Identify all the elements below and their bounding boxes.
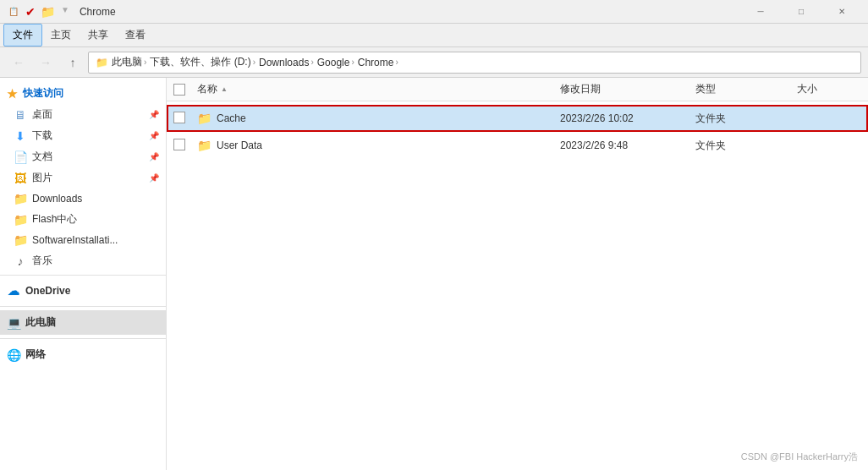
select-all-checkbox[interactable]: [173, 84, 185, 96]
sidebar-item-downloads[interactable]: ⬇ 下载 📌: [0, 125, 166, 146]
crumb-pc-label: 此电脑: [112, 55, 142, 69]
window-controls: ─ □ ✕: [741, 0, 861, 24]
sep4: ›: [351, 57, 354, 67]
sidebar-item-pictures[interactable]: 🖼 图片 📌: [0, 167, 166, 189]
back-button[interactable]: ←: [7, 52, 30, 74]
sidebar-divider-3: [0, 338, 166, 339]
menu-item-view[interactable]: 查看: [117, 25, 154, 46]
userdata-type: 文件夹: [692, 139, 794, 153]
crumb-chrome-label: Chrome: [358, 57, 394, 68]
crumb-drive-label: 下载、软件、操作 (D:): [150, 55, 250, 69]
sort-arrow-icon: ▲: [221, 85, 228, 93]
column-header: 名称 ▲ 修改日期 类型 大小: [167, 78, 868, 101]
onedrive-label: OneDrive: [25, 285, 70, 297]
menu-item-share[interactable]: 共享: [80, 25, 117, 46]
sidebar-network[interactable]: 🌐 网络: [0, 342, 166, 367]
col-type-label: 类型: [695, 83, 716, 95]
cache-name: 📁 Cache: [194, 112, 557, 125]
address-folder-icon: 📁: [96, 57, 108, 68]
window-title: Chrome: [80, 6, 741, 18]
checkmark-icon: ✔: [24, 5, 37, 19]
sidebar-label-flash: Flash中心: [32, 212, 159, 227]
file-row-userdata[interactable]: 📁 User Data 2023/2/26 9:48 文件夹: [167, 132, 868, 159]
userdata-date: 2023/2/26 9:48: [557, 139, 692, 151]
pc-icon: 💻: [7, 316, 20, 330]
star-icon: ★: [7, 87, 18, 101]
file-row-cache[interactable]: 📁 Cache 2023/2/26 10:02 文件夹: [167, 105, 868, 132]
pics-icon: 🖼: [14, 172, 27, 185]
sidebar: ★ 快速访问 🖥 桌面 📌 ⬇ 下载 📌 📄 文档 📌 🖼 图片 📌 📁 Dow…: [0, 78, 167, 470]
sidebar-onedrive[interactable]: ☁ OneDrive: [0, 279, 166, 303]
sidebar-label-docs: 文档: [32, 150, 144, 164]
close-button[interactable]: ✕: [822, 0, 861, 24]
docs-icon: 📄: [14, 150, 27, 164]
file-rows: 📁 Cache 2023/2/26 10:02 文件夹 📁 User Data …: [167, 101, 868, 470]
crumb-chrome: Chrome ›: [358, 57, 398, 68]
sidebar-item-software[interactable]: 📁 SoftwareInstallati...: [0, 230, 166, 250]
sidebar-item-docs[interactable]: 📄 文档 📌: [0, 146, 166, 167]
folder-downloads-icon: 📁: [14, 192, 27, 205]
menu-item-home[interactable]: 主页: [42, 25, 80, 46]
sidebar-item-downloads-folder[interactable]: 📁 Downloads: [0, 189, 166, 209]
minimize-button[interactable]: ─: [741, 0, 780, 24]
sidebar-item-music[interactable]: ♪ 音乐: [0, 250, 166, 271]
userdata-folder-icon: 📁: [197, 139, 212, 152]
address-bar[interactable]: 📁 此电脑 › 下载、软件、操作 (D:) › Downloads › Goog…: [88, 52, 861, 74]
cache-type: 文件夹: [692, 112, 794, 126]
maximize-button[interactable]: □: [782, 0, 821, 24]
pin-icon-downloads: 📌: [149, 131, 159, 140]
col-size-header[interactable]: 大小: [794, 82, 861, 96]
folder-flash-icon: 📁: [14, 213, 27, 227]
toolbar: ← → ↑ 📁 此电脑 › 下载、软件、操作 (D:) › Downloads …: [0, 47, 868, 78]
quick-access-label: 快速访问: [23, 86, 63, 101]
title-bar: 📋 ✔ 📁 ▼ Chrome ─ □ ✕: [0, 0, 868, 24]
quick-access-title: ★ 快速访问: [0, 81, 166, 104]
sep3: ›: [310, 57, 313, 67]
crumb-pc: 此电脑 ›: [112, 55, 146, 69]
title-divider: ▼: [61, 5, 69, 19]
sidebar-label-desktop: 桌面: [32, 107, 144, 122]
sidebar-label-pictures: 图片: [32, 171, 144, 185]
menu-item-file[interactable]: 文件: [3, 24, 42, 46]
pin-icon-pictures: 📌: [149, 173, 159, 183]
sep5: ›: [395, 57, 398, 67]
up-button[interactable]: ↑: [61, 52, 85, 74]
cache-folder-icon: 📁: [197, 112, 212, 125]
sidebar-divider-1: [0, 275, 166, 276]
crumb-google: Google ›: [317, 57, 354, 68]
desktop-icon: 🖥: [14, 108, 27, 122]
sidebar-label-software: SoftwareInstallati...: [32, 234, 159, 246]
title-bar-icons: 📋 ✔ 📁 ▼: [7, 5, 73, 19]
crumb-downloads: Downloads ›: [259, 57, 314, 68]
pin-icon-desktop: 📌: [149, 110, 159, 119]
network-label: 网络: [25, 347, 46, 362]
cache-date: 2023/2/26 10:02: [557, 112, 692, 124]
sidebar-label-music: 音乐: [32, 254, 159, 268]
col-size-label: 大小: [797, 83, 817, 95]
col-check-header: [173, 84, 194, 96]
userdata-name-label: User Data: [217, 139, 262, 151]
col-date-header[interactable]: 修改日期: [557, 82, 692, 96]
menu-bar: 文件 主页 共享 查看: [0, 24, 868, 47]
watermark: CSDN @FBI HackerHarry浩: [741, 451, 858, 463]
col-type-header[interactable]: 类型: [692, 82, 794, 96]
sidebar-label-downloads-folder: Downloads: [32, 193, 159, 205]
sidebar-divider-2: [0, 306, 166, 307]
userdata-checkbox[interactable]: [173, 139, 194, 153]
sidebar-this-pc[interactable]: 💻 此电脑: [0, 310, 166, 335]
folder-software-icon: 📁: [14, 233, 27, 247]
cloud-icon: ☁: [7, 284, 20, 298]
folder-icon: 📁: [41, 5, 54, 19]
pin-icon-docs: 📌: [149, 152, 159, 161]
col-name-header[interactable]: 名称 ▲: [194, 82, 557, 96]
col-name-label: 名称: [197, 82, 217, 96]
sep1: ›: [144, 57, 146, 67]
sidebar-item-flash[interactable]: 📁 Flash中心: [0, 209, 166, 230]
cache-checkbox[interactable]: [173, 112, 194, 126]
crumb-google-label: Google: [317, 57, 350, 68]
crumb-drive: 下载、软件、操作 (D:) ›: [150, 55, 255, 69]
forward-button[interactable]: →: [34, 52, 58, 74]
sep2: ›: [253, 57, 255, 67]
sidebar-item-desktop[interactable]: 🖥 桌面 📌: [0, 104, 166, 125]
file-list: 名称 ▲ 修改日期 类型 大小 📁 Cache: [167, 78, 868, 470]
